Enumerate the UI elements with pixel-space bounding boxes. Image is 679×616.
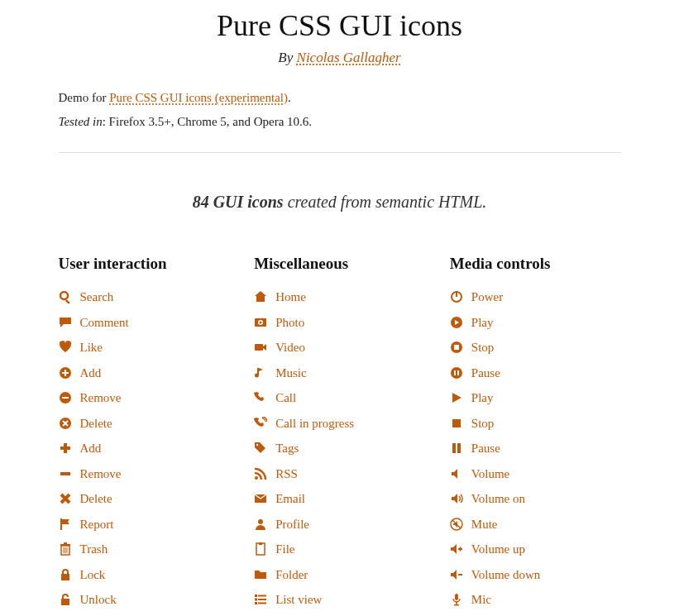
mute-icon: [450, 517, 470, 532]
list-item[interactable]: Unlock: [59, 587, 230, 613]
list-item[interactable]: Search: [59, 284, 230, 310]
author-link[interactable]: Nicolas Gallagher: [297, 50, 401, 65]
list-item[interactable]: Power: [450, 284, 621, 310]
list-item[interactable]: Delete: [59, 486, 230, 512]
item-label: Lock: [79, 566, 106, 585]
list-item[interactable]: Call in progress: [254, 411, 425, 437]
list-item[interactable]: Volume up: [450, 537, 621, 562]
icon-list: HomePhotoVideoMusicCallCall in progressT…: [254, 284, 425, 616]
list-item[interactable]: Remove: [59, 461, 230, 487]
list-item[interactable]: Fast forward: [450, 613, 621, 617]
list-item[interactable]: Stop: [450, 411, 621, 437]
item-label: Folder: [274, 566, 308, 585]
list-item[interactable]: Photo: [254, 310, 425, 336]
item-label: Comment: [79, 313, 129, 332]
tested-text: : Firefox 3.5+, Chrome 5, and Opera 10.6…: [103, 115, 312, 128]
divider: [59, 152, 621, 153]
volume-on-icon: [450, 491, 470, 506]
list-item[interactable]: Volume: [450, 461, 621, 487]
unlock-icon: [59, 592, 79, 607]
pause-circle-icon: [450, 365, 470, 380]
item-label: Tags: [274, 439, 299, 458]
list-item[interactable]: Volume down: [450, 562, 621, 588]
item-label: Home: [274, 288, 306, 307]
list-item[interactable]: Home: [254, 284, 425, 310]
list-item[interactable]: Add: [59, 436, 230, 461]
item-label: Volume: [470, 465, 509, 484]
item-label: Delete: [79, 414, 112, 433]
column: User interactionSearchCommentLikeAddRemo…: [59, 255, 230, 616]
list-item[interactable]: List view: [254, 587, 425, 613]
item-label: Mic: [470, 590, 491, 609]
home-icon: [254, 289, 274, 304]
comment-icon: [59, 315, 79, 330]
column-heading: User interaction: [59, 255, 230, 273]
by-prefix: By: [278, 50, 296, 65]
power-icon: [450, 289, 470, 304]
play-circle-icon: [450, 315, 470, 330]
list-item[interactable]: Trash: [59, 537, 230, 562]
list-item[interactable]: Update status: [59, 613, 230, 617]
list-item[interactable]: Video: [254, 335, 425, 361]
minus-circle-icon: [59, 390, 79, 405]
item-label: Volume up: [470, 540, 525, 559]
item-label: Pause: [470, 439, 500, 458]
item-label: Profile: [274, 515, 309, 534]
list-item[interactable]: Profile: [254, 512, 425, 537]
item-label: Remove: [79, 389, 122, 408]
list-item[interactable]: Play: [450, 385, 621, 411]
item-label: File: [274, 540, 294, 559]
item-label: Play: [470, 313, 494, 332]
list-item[interactable]: File: [254, 537, 425, 562]
item-label: Unlock: [79, 590, 117, 609]
item-label: RSS: [274, 465, 298, 484]
list-item[interactable]: Tags: [254, 436, 425, 461]
list-item[interactable]: Comment: [59, 310, 230, 336]
flag-icon: [59, 517, 79, 532]
item-label: Like: [79, 338, 103, 357]
call-progress-icon: [254, 416, 274, 431]
pause-icon: [450, 441, 470, 456]
list-item[interactable]: Play: [450, 310, 621, 336]
list-item[interactable]: Remove: [59, 385, 230, 411]
demo-line: Demo for Pure CSS GUI icons (experimenta…: [59, 91, 621, 105]
list-item[interactable]: Delete: [59, 411, 230, 437]
list-item[interactable]: Music: [254, 361, 425, 386]
trash-icon: [59, 542, 79, 556]
list-item[interactable]: Volume on: [450, 486, 621, 512]
profile-icon: [254, 517, 274, 532]
list-item[interactable]: Mute: [450, 512, 621, 537]
list-item[interactable]: Pause: [450, 361, 621, 386]
tags-icon: [254, 441, 274, 456]
item-label: Add: [79, 364, 102, 383]
x-circle-icon: [59, 416, 79, 431]
list-item[interactable]: Like: [59, 335, 230, 361]
icon-list: SearchCommentLikeAddRemoveDeleteAddRemov…: [59, 284, 230, 616]
item-label: Play: [470, 389, 494, 408]
list-item[interactable]: Folder: [254, 562, 425, 588]
x-icon: [59, 491, 79, 506]
list-item[interactable]: Stop: [450, 335, 621, 361]
call-icon: [254, 390, 274, 405]
list-item[interactable]: Pause: [450, 436, 621, 461]
list-item[interactable]: Add: [59, 361, 230, 386]
list-item[interactable]: Lock: [59, 562, 230, 588]
page-title: Pure CSS GUI icons: [59, 8, 621, 43]
list-item[interactable]: RSS: [254, 461, 425, 487]
list-item[interactable]: Email: [254, 486, 425, 512]
item-label: Call: [274, 389, 296, 408]
list-item[interactable]: Permalink: [254, 613, 425, 617]
item-label: Add: [79, 439, 102, 458]
item-label: Stop: [470, 414, 495, 433]
list-item[interactable]: Report: [59, 512, 230, 537]
tested-line: Tested in: Firefox 3.5+, Chrome 5, and O…: [59, 115, 621, 129]
demo-link[interactable]: Pure CSS GUI icons (experimental): [109, 91, 288, 104]
item-label: Remove: [79, 465, 122, 484]
volume-icon: [450, 466, 470, 481]
list-item[interactable]: Mic: [450, 587, 621, 613]
item-label: Photo: [274, 313, 304, 332]
list-item[interactable]: Call: [254, 385, 425, 411]
heart-icon: [59, 340, 79, 355]
item-label: Mute: [470, 515, 498, 534]
list-icon: [254, 592, 274, 607]
